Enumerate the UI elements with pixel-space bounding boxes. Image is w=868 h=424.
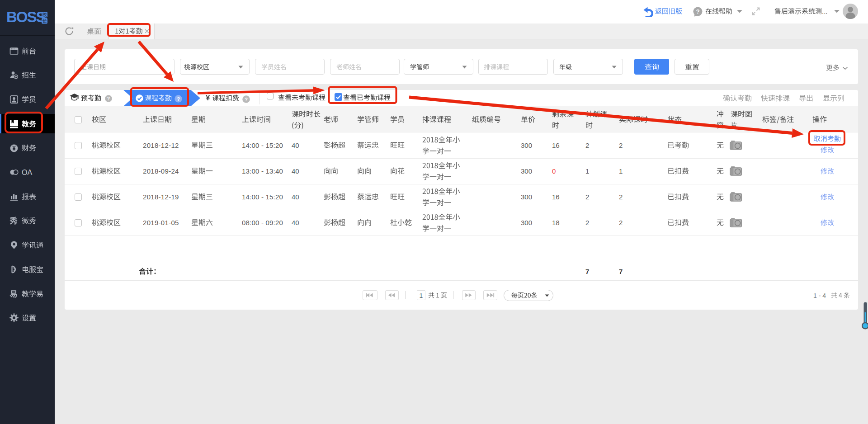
svg-text:?: ? <box>107 96 109 101</box>
svg-text:?: ? <box>245 96 248 102</box>
svg-text:?: ? <box>177 96 180 101</box>
svg-text:?: ? <box>696 8 699 15</box>
